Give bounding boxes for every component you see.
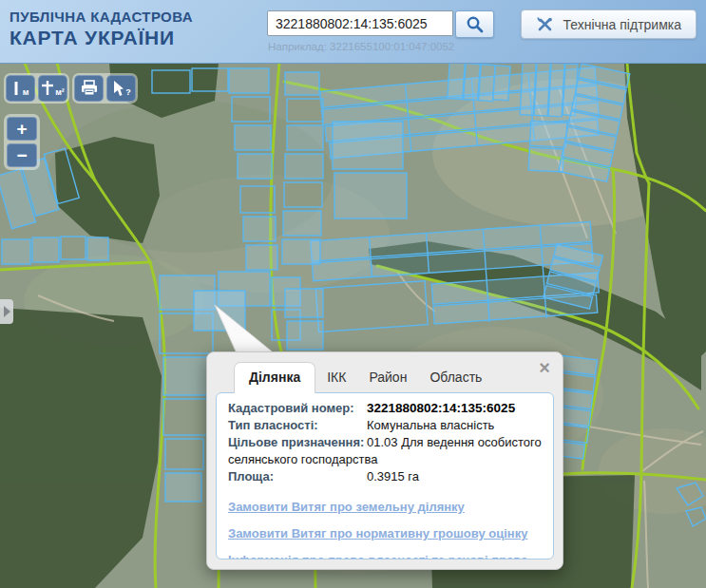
cursor-arrow-icon	[111, 80, 124, 97]
tab-rayon[interactable]: Район	[357, 363, 418, 392]
identify-question-label: ?	[125, 87, 131, 97]
tab-dilyanka[interactable]: Ділянка	[234, 362, 315, 393]
field-purpose: Цільове призначення:01.03 Для ведення ос…	[228, 434, 542, 468]
link-order-extract-parcel[interactable]: Замовити Витяг про земельну ділянку	[228, 500, 542, 514]
popup-links: Замовити Витяг про земельну ділянку Замо…	[228, 500, 542, 560]
search-area	[267, 10, 494, 38]
search-input[interactable]	[267, 10, 453, 36]
measure-length-unit-label: м	[23, 87, 29, 97]
popup-tabs: Ділянка ІКК Район Область	[234, 362, 563, 392]
measure-toolbar: м м²	[4, 73, 69, 104]
search-icon	[466, 15, 484, 33]
map-viewport[interactable]: м м²	[0, 63, 706, 588]
link-order-monetary-valuation[interactable]: Замовити Витяг про нормативну грошову оц…	[228, 526, 542, 541]
zoom-out-button[interactable]: −	[7, 143, 37, 167]
tech-support-label: Технічна підтримка	[563, 17, 681, 32]
tools-icon	[536, 15, 554, 33]
printer-icon	[80, 80, 99, 97]
measure-area-button[interactable]: м²	[38, 75, 67, 102]
field-ownership-type: Тип власності:Комунальна власність	[228, 417, 542, 434]
search-button[interactable]	[455, 10, 494, 38]
ruler-line-icon	[12, 80, 22, 97]
field-area: Площа:0.3915 га	[228, 468, 542, 485]
print-button[interactable]	[74, 75, 104, 102]
site-logo: ПУБЛІЧНА КАДАСТРОВА КАРТА УКРАЇНИ	[10, 9, 193, 50]
search-example-hint: Наприклад: 3221655100:01:047:0052	[268, 41, 454, 52]
print-identify-toolbar: ?	[72, 73, 138, 104]
zoom-in-button[interactable]: +	[7, 117, 37, 141]
tab-ikk[interactable]: ІКК	[315, 363, 357, 392]
link-ownership-rights-info[interactable]: Інформація про право власності та речові…	[228, 553, 542, 560]
cadastral-map-app: м м²	[0, 0, 706, 588]
measure-area-unit-label: м²	[55, 87, 65, 97]
app-header: ПУБЛІЧНА КАДАСТРОВА КАРТА УКРАЇНИ Наприк…	[0, 0, 706, 64]
logo-line2: КАРТА УКРАЇНИ	[10, 26, 193, 50]
zoom-control: + −	[4, 114, 40, 170]
measure-length-button[interactable]: м	[6, 75, 35, 102]
field-cadastral-number: Кадастровий номер:3221880802:14:135:6025	[228, 400, 542, 417]
parcel-details-panel: Кадастровий номер:3221880802:14:135:6025…	[216, 392, 554, 560]
tab-oblast[interactable]: Область	[418, 363, 493, 392]
logo-line1: ПУБЛІЧНА КАДАСТРОВА	[10, 9, 193, 26]
parcel-info-popup: × Ділянка ІКК Район Область Кадастровий …	[206, 351, 563, 570]
cross-measure-icon	[41, 80, 54, 97]
tech-support-button[interactable]: Технічна підтримка	[521, 9, 696, 39]
chevron-right-icon	[4, 306, 10, 317]
expand-side-panel-button[interactable]	[0, 299, 13, 324]
identify-button[interactable]: ?	[106, 75, 136, 102]
